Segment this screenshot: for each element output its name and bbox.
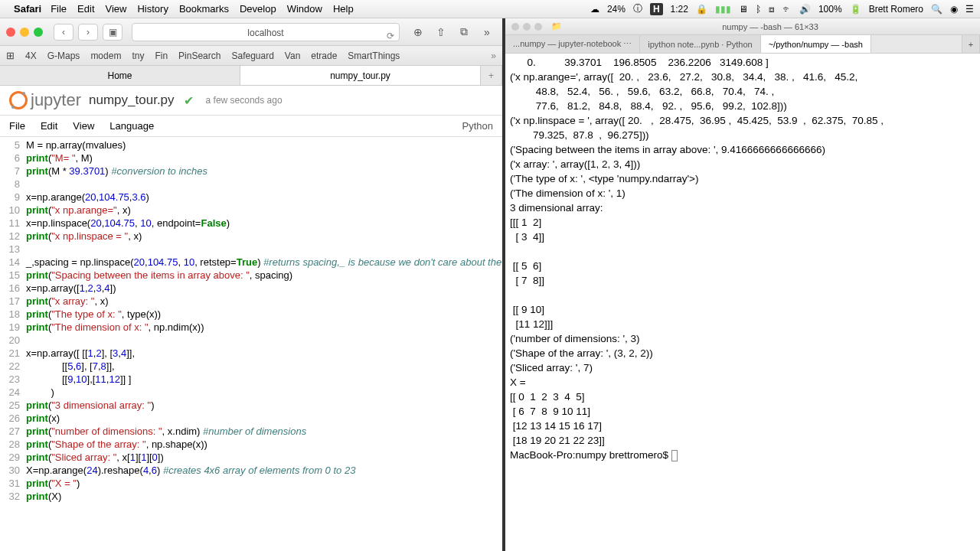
menu-bookmarks[interactable]: Bookmarks: [179, 3, 229, 15]
back-button[interactable]: ‹: [54, 24, 74, 41]
code-line[interactable]: 14_,spacing = np.linspace(20,104.75, 10,…: [0, 256, 502, 269]
code-line[interactable]: 23 [[9,10],[11,12]] ]: [0, 373, 502, 386]
dropbox-icon[interactable]: ⧈: [769, 4, 775, 15]
code-text: print("Shape of the array: ", np.shape(x…: [26, 438, 502, 451]
term-new-tab-button[interactable]: +: [962, 35, 980, 53]
code-line[interactable]: 9x=np.arange(20,104.75,3.6): [0, 191, 502, 204]
forward-button[interactable]: ›: [78, 24, 98, 41]
minimize-window-button[interactable]: [20, 28, 29, 37]
code-line[interactable]: 25print("3 dimensional array: "): [0, 399, 502, 412]
code-line[interactable]: 16x=np.array([1,2,3,4]): [0, 282, 502, 295]
code-editor[interactable]: 5M = np.array(mvalues)6print("M= ", M)7p…: [0, 137, 502, 551]
jupyter-menu-view[interactable]: View: [73, 120, 94, 132]
favorite-safeguard[interactable]: Safeguard: [231, 51, 273, 61]
favorite-modem[interactable]: modem: [90, 51, 121, 61]
term-tab-jupyter[interactable]: ...numpy — jupyter-notebook ⋯: [505, 35, 640, 53]
code-line[interactable]: 22 [[5,6], [7,8]],: [0, 360, 502, 373]
code-line[interactable]: 7print(M * 39.3701) #conversion to inche…: [0, 165, 502, 178]
spotlight-icon[interactable]: 🔍: [931, 4, 942, 15]
code-line[interactable]: 24 ): [0, 386, 502, 399]
wifi-icon[interactable]: ᯤ: [782, 4, 792, 15]
code-line[interactable]: 29print("Sliced array: ", x[1][1][0]): [0, 451, 502, 464]
term-close-button[interactable]: [511, 23, 519, 31]
code-line[interactable]: 30X=np.arange(24).reshape(4,6) #creates …: [0, 464, 502, 477]
downloads-button[interactable]: ⊕: [409, 24, 427, 41]
siri-icon[interactable]: ◉: [950, 4, 958, 15]
code-line[interactable]: 12print("x np.linspace = ", x): [0, 230, 502, 243]
battery-percent[interactable]: 100%: [818, 4, 842, 15]
cloud-icon[interactable]: ☁: [590, 4, 599, 15]
jupyter-menu-file[interactable]: File: [9, 120, 25, 132]
jupyter-logo[interactable]: jupyter: [9, 90, 81, 110]
favorite-van[interactable]: Van: [285, 51, 300, 61]
menu-view[interactable]: View: [106, 3, 127, 15]
jupyter-menu-edit[interactable]: Edit: [41, 120, 57, 132]
tab-home[interactable]: Home: [0, 66, 240, 85]
user-name[interactable]: Brett Romero: [869, 4, 923, 15]
reload-icon[interactable]: ⟳: [387, 27, 394, 45]
term-tab-ipython[interactable]: ipython note...pynb · Python: [640, 35, 760, 53]
code-line[interactable]: 27print("number of dimensions: ", x.ndim…: [0, 425, 502, 438]
overflow-button[interactable]: »: [478, 24, 496, 41]
activity-icon[interactable]: ▮▮▮: [715, 4, 731, 15]
code-line[interactable]: 11x=np.linspace(20,104.75, 10, endpoint=…: [0, 217, 502, 230]
favorite-4x[interactable]: 4X: [25, 51, 37, 61]
new-tab-button[interactable]: +: [481, 66, 502, 85]
code-line[interactable]: 10print("x np.arange=", x): [0, 204, 502, 217]
code-text: print("M= ", M): [26, 152, 502, 165]
code-line[interactable]: 21x=np.array([ [[1,2], [3,4]],: [0, 347, 502, 360]
notification-center-icon[interactable]: ☰: [965, 4, 974, 15]
share-button[interactable]: ⇧: [432, 24, 450, 41]
sidebar-button[interactable]: ▣: [103, 24, 122, 41]
menu-file[interactable]: File: [51, 3, 67, 15]
fullscreen-window-button[interactable]: [34, 28, 43, 37]
lock-icon[interactable]: 🔒: [696, 4, 707, 15]
code-line[interactable]: 15print("Spacing between the items in ar…: [0, 269, 502, 282]
favorite-etrade[interactable]: etrade: [311, 51, 337, 61]
favorites-overflow-icon[interactable]: »: [491, 51, 496, 61]
code-line[interactable]: 18print("The type of x: ", type(x)): [0, 308, 502, 321]
favorite-gmaps[interactable]: G-Maps: [47, 51, 80, 61]
info-icon[interactable]: ⓘ: [633, 2, 642, 15]
menu-help[interactable]: Help: [333, 3, 354, 15]
code-line[interactable]: 32print(X): [0, 490, 502, 503]
code-line[interactable]: 20: [0, 334, 502, 347]
code-line[interactable]: 28print("Shape of the array: ", np.shape…: [0, 438, 502, 451]
code-line[interactable]: 26print(x): [0, 412, 502, 425]
code-line[interactable]: 8: [0, 178, 502, 191]
notebook-name[interactable]: numpy_tour.py: [89, 93, 175, 108]
address-bar[interactable]: localhost ⟳: [132, 23, 400, 41]
zoom-percent[interactable]: 24%: [607, 4, 626, 15]
line-number: 19: [0, 321, 26, 334]
code-line[interactable]: 13: [0, 243, 502, 256]
code-line[interactable]: 6print("M= ", M): [0, 152, 502, 165]
favorite-smartthings[interactable]: SmartThings: [348, 51, 400, 61]
menu-window[interactable]: Window: [287, 3, 322, 15]
active-app-name[interactable]: Safari: [14, 3, 41, 15]
code-line[interactable]: 5M = np.array(mvalues): [0, 139, 502, 152]
battery-icon[interactable]: 🔋: [850, 4, 861, 15]
kernel-name[interactable]: Python: [462, 120, 493, 132]
term-tab-bash[interactable]: ~/python/numpy — -bash: [761, 35, 871, 53]
jupyter-menu-language[interactable]: Language: [109, 120, 154, 132]
bluetooth-icon[interactable]: ᛒ: [756, 4, 761, 15]
tab-numpy-tour[interactable]: numpy_tour.py: [240, 66, 481, 85]
menu-history[interactable]: History: [137, 3, 168, 15]
term-minimize-button[interactable]: [523, 23, 531, 31]
tabs-button[interactable]: ⧉: [455, 24, 473, 41]
code-line[interactable]: 19print("The dimension of x: ", np.ndim(…: [0, 321, 502, 334]
favorite-tny[interactable]: tny: [132, 51, 144, 61]
menu-develop[interactable]: Develop: [240, 3, 276, 15]
term-fullscreen-button[interactable]: [534, 23, 542, 31]
close-window-button[interactable]: [6, 28, 15, 37]
clock-time[interactable]: 1:22: [671, 4, 688, 15]
terminal-output[interactable]: 0. 39.3701 196.8505 236.2206 3149.608 ] …: [505, 54, 980, 551]
code-line[interactable]: 17print("x array: ", x): [0, 295, 502, 308]
display-icon[interactable]: 🖥: [739, 4, 748, 15]
favorites-grid-icon[interactable]: ⊞: [6, 50, 15, 61]
menu-edit[interactable]: Edit: [77, 3, 94, 15]
code-line[interactable]: 31print("X = "): [0, 477, 502, 490]
volume-icon[interactable]: 🔊: [799, 4, 811, 15]
favorite-fin[interactable]: Fin: [155, 51, 168, 61]
favorite-pinsearch[interactable]: PinSearch: [178, 51, 220, 61]
